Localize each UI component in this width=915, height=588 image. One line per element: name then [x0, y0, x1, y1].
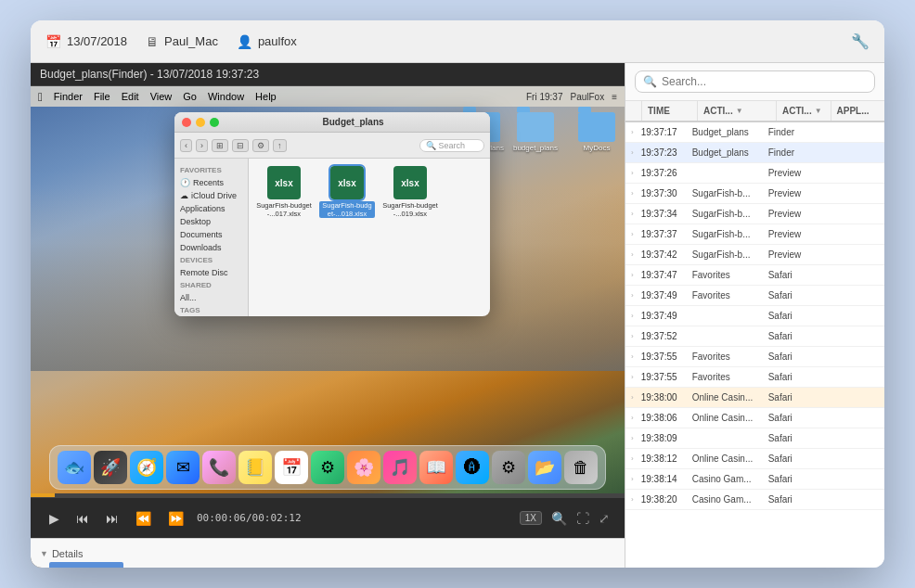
- sidebar-apps[interactable]: Applications: [174, 202, 248, 215]
- dock-photos[interactable]: 🌸: [347, 451, 380, 484]
- zoom-in-button[interactable]: 🔍: [551, 511, 567, 526]
- row-action1: Budget_plans: [687, 145, 763, 160]
- finder-menu[interactable]: Finder: [54, 91, 83, 102]
- finder-file-2[interactable]: xlsx SugarFish-budget-...018.xlsx: [319, 166, 375, 218]
- settings-button[interactable]: 🔧: [851, 32, 870, 50]
- speed-button[interactable]: 1X: [520, 511, 542, 525]
- search-input[interactable]: [662, 75, 867, 88]
- play-button[interactable]: ▶: [45, 509, 63, 528]
- skip-forward-button[interactable]: ⏭: [102, 509, 122, 528]
- row-app: Safari: [763, 308, 884, 324]
- table-row[interactable]: › 19:37:42 SugarFish-b... Preview: [625, 245, 884, 265]
- skip-back-button[interactable]: ⏮: [72, 509, 93, 528]
- shared-section: Shared: [174, 279, 248, 291]
- file-icon-2: xlsx: [330, 166, 364, 199]
- finder-share-btn[interactable]: ↑: [273, 139, 287, 152]
- table-row[interactable]: › 19:38:14 Casino Gam... Safari: [625, 469, 884, 490]
- dock-appstore[interactable]: 🅐: [456, 451, 489, 484]
- table-row[interactable]: › 19:37:55 Favorites Safari: [625, 367, 884, 388]
- th-action2[interactable]: ACTI... ▼: [777, 101, 831, 121]
- row-action1: Online Casin...: [687, 410, 763, 426]
- finder-view-btn[interactable]: ⊞: [212, 139, 228, 152]
- table-row[interactable]: › 19:37:47 Favorites Safari: [625, 265, 884, 286]
- row-chevron: ›: [628, 352, 636, 361]
- sort-action1-icon[interactable]: ▼: [736, 107, 743, 115]
- dock-system-prefs[interactable]: ⚙: [492, 451, 525, 484]
- apple-menu-icon[interactable]: : [38, 90, 43, 104]
- table-row[interactable]: › 19:37:17 Budget_plans Finder: [625, 122, 884, 143]
- recording-progress-bar[interactable]: [31, 493, 625, 497]
- sidebar-docs[interactable]: Documents: [174, 228, 248, 241]
- finder-search[interactable]: 🔍 Search: [419, 139, 484, 152]
- finder-file-1[interactable]: xlsx SugarFish-budget-...017.xlsx: [256, 166, 312, 218]
- dock-trash[interactable]: 🗑: [564, 451, 598, 484]
- row-chevron: ›: [628, 210, 636, 218]
- table-row[interactable]: › 19:37:30 SugarFish-b... Preview: [625, 184, 884, 204]
- table-row[interactable]: › 19:37:26 Preview: [625, 163, 884, 184]
- table-row[interactable]: › 19:38:06 Online Casin... Safari: [625, 408, 884, 428]
- table-row[interactable]: › 19:37:49 Safari: [625, 306, 884, 326]
- edit-menu[interactable]: Edit: [122, 91, 139, 102]
- finder-back-btn[interactable]: ‹: [180, 139, 192, 152]
- dock-activity[interactable]: ⚙: [311, 451, 344, 484]
- view-menu[interactable]: View: [150, 91, 173, 102]
- table-row[interactable]: › 19:37:49 Favorites Safari: [625, 286, 884, 306]
- row-app: Safari: [763, 430, 884, 446]
- finder-maximize-btn[interactable]: [210, 118, 219, 127]
- desktop-folder-3[interactable]: MyDocs: [578, 112, 615, 152]
- finder-content: xlsx SugarFish-budget-...017.xlsx xlsx S…: [249, 159, 490, 316]
- dock-calendar[interactable]: 📅: [275, 451, 308, 484]
- file-menu[interactable]: File: [94, 91, 110, 102]
- finder-close-btn[interactable]: [182, 118, 191, 127]
- row-action1: [687, 436, 763, 441]
- finder-action-btn[interactable]: ⚙: [252, 139, 269, 152]
- prev-button[interactable]: ⏪: [132, 509, 155, 528]
- fullscreen-button[interactable]: ⤢: [599, 511, 610, 526]
- row-chevron: ›: [628, 250, 636, 259]
- dock-safari[interactable]: 🧭: [130, 451, 163, 484]
- finder-file-3[interactable]: xlsx SugarFish-budget-...019.xlsx: [382, 166, 438, 218]
- table-row[interactable]: › 19:37:37 SugarFish-b... Preview: [625, 224, 884, 245]
- table-row[interactable]: › 19:37:34 SugarFish-b... Preview: [625, 204, 884, 224]
- finder-minimize-btn[interactable]: [196, 118, 205, 127]
- user-item: 🖥 Paul_Mac: [146, 34, 218, 49]
- dock-launchpad[interactable]: 🚀: [94, 451, 127, 484]
- row-time: 19:37:26: [636, 165, 687, 181]
- dock-music[interactable]: 🎵: [383, 451, 417, 484]
- row-app: Safari: [763, 492, 884, 507]
- dock-mail[interactable]: ✉: [166, 451, 200, 484]
- th-action1[interactable]: ACTI... ▼: [698, 101, 777, 121]
- dock-folder[interactable]: 📂: [528, 451, 561, 484]
- go-menu[interactable]: Go: [183, 91, 197, 102]
- recents-icon: 🕐: [180, 178, 190, 187]
- help-menu[interactable]: Help: [255, 91, 277, 102]
- finder-forward-btn[interactable]: ›: [196, 139, 208, 152]
- dock-finder[interactable]: 🐟: [58, 451, 91, 484]
- sidebar-downloads[interactable]: Downloads: [174, 241, 248, 254]
- table-row[interactable]: › 19:37:52 Safari: [625, 326, 884, 347]
- sidebar-remote[interactable]: Remote Disc: [174, 266, 248, 279]
- window-menu[interactable]: Window: [208, 91, 244, 102]
- table-row[interactable]: › 19:37:55 Favorites Safari: [625, 347, 884, 367]
- row-action1: Casino Gam...: [687, 471, 763, 487]
- next-button[interactable]: ⏩: [164, 509, 187, 528]
- sidebar-desktop[interactable]: Desktop: [174, 215, 248, 228]
- row-app: Safari: [763, 349, 884, 364]
- sidebar-icloud[interactable]: ☁ iCloud Drive: [174, 189, 248, 202]
- table-row[interactable]: › 19:38:20 Casino Gam... Safari: [625, 490, 884, 510]
- table-row[interactable]: › 19:38:09 Safari: [625, 428, 884, 449]
- sort-action2-icon[interactable]: ▼: [815, 107, 822, 115]
- dock-books[interactable]: 📖: [419, 451, 453, 484]
- sidebar-all[interactable]: All...: [174, 291, 248, 304]
- table-row[interactable]: › 19:38:00 Online Casin... Safari: [625, 388, 884, 408]
- row-action1: Favorites: [687, 267, 763, 283]
- table-row[interactable]: › 19:37:23 Budget_plans Finder: [625, 143, 884, 163]
- dock-notes[interactable]: 📒: [238, 451, 272, 484]
- table-row[interactable]: › 19:38:12 Online Casin... Safari: [625, 449, 884, 469]
- dock-contacts[interactable]: 📞: [202, 451, 236, 484]
- finder-arrange-btn[interactable]: ⊟: [232, 139, 249, 152]
- aspect-ratio-button[interactable]: ⛶: [576, 511, 589, 526]
- desktop-folder-2[interactable]: budget_plans: [513, 112, 558, 152]
- sidebar-recents[interactable]: 🕐 Recents: [174, 176, 248, 189]
- row-time: 19:38:20: [636, 492, 687, 507]
